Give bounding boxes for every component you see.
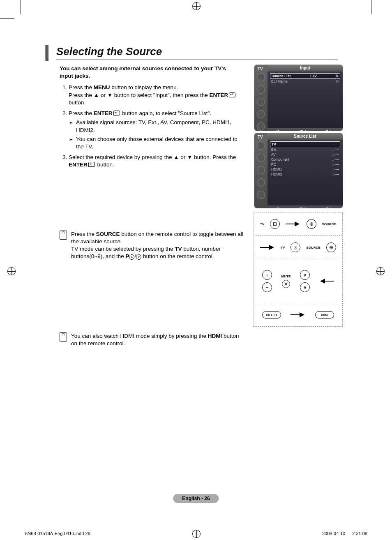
vol-up-button-icon: ＋ bbox=[262, 270, 272, 280]
callout-arrow-icon bbox=[319, 278, 334, 284]
remote-source-label: SOURCE bbox=[307, 246, 321, 249]
vol-down-button-icon: － bbox=[262, 282, 272, 292]
chevron-right-icon: ▷ bbox=[336, 74, 339, 78]
intro-text: You can select among external sources co… bbox=[60, 65, 232, 80]
crop-mark bbox=[371, 0, 371, 14]
note-arrow-icon: ➣ bbox=[69, 119, 73, 127]
osd-icon bbox=[257, 141, 265, 150]
ch-down-button-icon: ∨ bbox=[300, 282, 310, 292]
note-hdmi-button: ☐ You can also watch HDMI mode simply by… bbox=[60, 332, 244, 347]
osd-tv-label: TV bbox=[258, 67, 263, 71]
callout-arrow-icon bbox=[291, 312, 305, 318]
osd-row: PC: ---- bbox=[270, 162, 340, 167]
down-circle-icon: ∨ bbox=[136, 254, 141, 260]
page-footer: English - 26 bbox=[173, 494, 219, 503]
osd-sidebar-icons bbox=[254, 65, 267, 131]
enter-icon bbox=[88, 162, 95, 167]
steps-list: Press the MENU button to display the men… bbox=[60, 84, 241, 168]
remote-tv-label: TV bbox=[281, 246, 285, 249]
crop-mark bbox=[0, 18, 14, 19]
registration-mark-icon bbox=[192, 530, 201, 538]
osd-icon bbox=[257, 73, 265, 81]
doc-meta-filename: BN68-01518A-Eng-0410.indd 26 bbox=[25, 531, 90, 536]
remote-note-icon: ☐ bbox=[60, 332, 67, 342]
remote-section-chlist-hdmi: CH LIST HDMI bbox=[254, 303, 342, 326]
step-2-sub-1: ➣Available signal sources: TV, Ext., AV,… bbox=[76, 119, 241, 134]
osd-row: HDMI2: ---- bbox=[270, 172, 340, 177]
remote-section-tv-source-2: TV ⊡ SOURCE ⊕ bbox=[254, 236, 342, 259]
osd-icon bbox=[257, 166, 265, 174]
remote-mute-label: MUTE bbox=[281, 275, 291, 278]
step-1: Press the MENU button to display the men… bbox=[69, 84, 241, 106]
osd-row-source-list: Source List : TV ▷ bbox=[270, 73, 340, 79]
note-arrow-icon: ➣ bbox=[69, 136, 73, 143]
step-2: Press the ENTER button again, to select … bbox=[69, 110, 241, 150]
remote-source-label: SOURCE bbox=[322, 222, 336, 226]
osd-input-menu: TV Input Source List : TV ▷ Edit Name ▷ … bbox=[254, 65, 343, 131]
osd-icon bbox=[257, 98, 265, 106]
chevron-right-icon: ▷ bbox=[337, 79, 339, 83]
osd-row-edit-name: Edit Name ▷ bbox=[270, 79, 340, 84]
doc-meta-timestamp: 2008-04-10 2:31:08 bbox=[322, 531, 367, 536]
osd-row: HDMI1: ---- bbox=[270, 167, 340, 172]
step-2-sub-2: ➣You can choose only those external devi… bbox=[76, 136, 241, 150]
title-underline bbox=[56, 60, 338, 60]
osd-sidebar-icons bbox=[254, 133, 267, 208]
osd-icon bbox=[257, 110, 265, 118]
osd-header: Source List bbox=[267, 133, 343, 140]
osd-row: TV bbox=[270, 141, 340, 147]
osd-source-list: TV Source List TV Ext.: ---- AV: ---- Co… bbox=[254, 133, 343, 208]
source-button-icon: ⊕ bbox=[326, 242, 336, 252]
remote-note-icon: ☐ bbox=[60, 231, 67, 240]
registration-mark-icon bbox=[376, 267, 385, 275]
enter-icon bbox=[229, 92, 235, 97]
registration-mark-icon bbox=[7, 267, 16, 275]
tv-button-icon: ⊡ bbox=[291, 242, 300, 252]
mute-button-icon: ✕ bbox=[282, 280, 290, 288]
osd-icon bbox=[257, 154, 265, 162]
osd-tv-label: TV bbox=[258, 135, 263, 139]
remote-section-tv-source: TV ⊡ ⊕ SOURCE bbox=[254, 212, 342, 236]
osd-row: AV: ---- bbox=[270, 152, 340, 157]
chlist-button-icon: CH LIST bbox=[262, 311, 281, 318]
osd-row: Component: ---- bbox=[270, 157, 340, 162]
note-source-button: ☐ Press the SOURCE button on the remote … bbox=[60, 231, 244, 261]
crop-mark bbox=[21, 0, 21, 14]
osd-header: Input bbox=[267, 65, 343, 72]
enter-icon bbox=[113, 111, 120, 115]
osd-icon bbox=[257, 178, 265, 187]
callout-arrow-icon bbox=[260, 245, 275, 250]
osd-footer: ♦ Move ⏎Enter ↩ Return bbox=[267, 128, 343, 131]
ch-up-button-icon: ∧ bbox=[300, 270, 310, 280]
tv-button-icon: ⊡ bbox=[270, 219, 280, 229]
remote-diagram: TV ⊡ ⊕ SOURCE TV ⊡ SOURCE ⊕ ＋ － MUTE ✕ ∧ bbox=[254, 212, 343, 327]
remote-tv-label: TV bbox=[260, 222, 264, 226]
osd-row: Ext.: ---- bbox=[270, 147, 340, 152]
osd-footer: ♦ Move ⏎Enter ↩ Return bbox=[267, 205, 343, 208]
callout-arrow-icon bbox=[286, 221, 300, 227]
osd-icon bbox=[257, 191, 265, 199]
up-circle-icon: ∧ bbox=[129, 254, 134, 260]
step-3: Select the required device by pressing t… bbox=[69, 154, 241, 168]
remote-section-vol-ch: ＋ － MUTE ✕ ∧ ∨ bbox=[254, 259, 342, 303]
hdmi-button-icon: HDMI bbox=[315, 311, 334, 318]
registration-mark-icon bbox=[192, 2, 201, 10]
osd-icon bbox=[257, 85, 265, 94]
osd-icon bbox=[257, 122, 265, 131]
source-button-icon: ⊕ bbox=[307, 219, 316, 229]
page-title: Selecting the Source bbox=[56, 45, 335, 58]
